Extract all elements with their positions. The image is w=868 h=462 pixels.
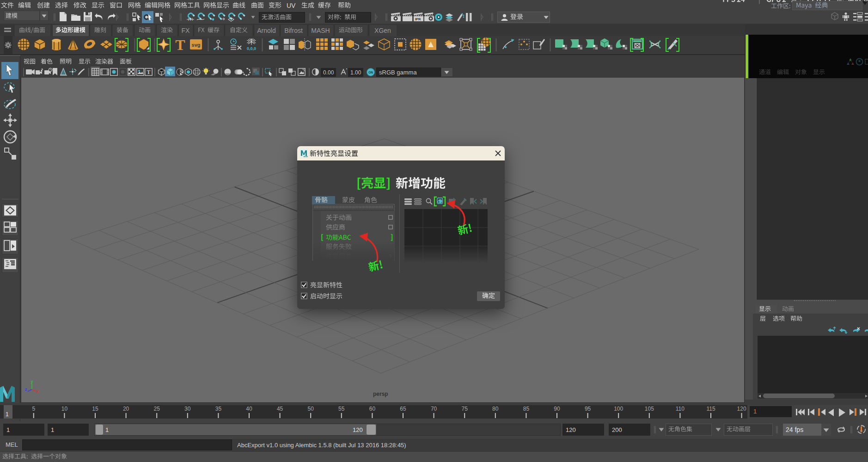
svg-text:T: T (175, 37, 185, 53)
svg-text:ON: ON (368, 71, 373, 74)
svg-text:T: T (147, 69, 150, 75)
svg-text:z: z (25, 387, 27, 392)
svg-text:0,0,0: 0,0,0 (247, 46, 256, 51)
svg-text:y: y (31, 379, 33, 384)
svg-text:MAYA: MAYA (304, 156, 307, 158)
svg-text:x: x (37, 389, 39, 394)
svg-text:IPR: IPR (415, 17, 421, 21)
svg-text:svg: svg (192, 42, 201, 48)
